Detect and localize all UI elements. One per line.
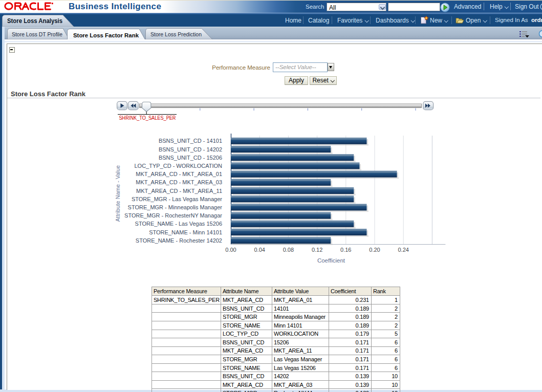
svg-text:STORE_NAME - Las Vegas 15206: STORE_NAME - Las Vegas 15206 [135, 221, 222, 227]
svg-text:Store Loss Prediction: Store Loss Prediction [150, 31, 202, 37]
svg-text:Store Loss Analysis: Store Loss Analysis [7, 17, 62, 25]
svg-text:STORE_NAME - Minn 14101: STORE_NAME - Minn 14101 [149, 229, 222, 235]
svg-text:STORE_MGR - Las Vegas Manager: STORE_MGR - Las Vegas Manager [132, 196, 222, 202]
svg-text:STORE_NAME - Rochester 14202: STORE_NAME - Rochester 14202 [136, 237, 222, 244]
svg-text:LOC_TYP_CD - WORKLOCATION: LOC_TYP_CD - WORKLOCATION [134, 163, 222, 169]
svg-text:BSNS_UNIT_CD - 14202: BSNS_UNIT_CD - 14202 [159, 146, 222, 153]
svg-text:0.16: 0.16 [340, 247, 351, 253]
svg-text:0.20: 0.20 [369, 247, 380, 253]
svg-text:0.00: 0.00 [225, 247, 236, 253]
svg-text:0.04: 0.04 [254, 247, 265, 253]
svg-text:BSNS_UNIT_CD - 15206: BSNS_UNIT_CD - 15206 [159, 155, 222, 161]
svg-text:0.24: 0.24 [398, 247, 408, 253]
svg-text:SHRINK_TO_SALES_PER: SHRINK_TO_SALES_PER [119, 115, 176, 121]
svg-text:STORE_MGR - RochesterNY Managa: STORE_MGR - RochesterNY Managar [124, 212, 222, 219]
svg-text:0.08: 0.08 [283, 247, 294, 253]
svg-text:STORE_MGR - Minneapolis Manage: STORE_MGR - Minneapolis Manager [128, 204, 223, 210]
svg-text:MKT_AREA_CD - MKT_AREA_03: MKT_AREA_CD - MKT_AREA_03 [136, 179, 222, 185]
svg-text:0.12: 0.12 [312, 247, 322, 253]
svg-text:Store Loss Factor Rank: Store Loss Factor Rank [73, 32, 139, 38]
svg-text:Attribute Name - Value: Attribute Name - Value [115, 165, 121, 222]
svg-text:BSNS_UNIT_CD - 14101: BSNS_UNIT_CD - 14101 [159, 138, 222, 144]
svg-text:MKT_AREA_CD - MKT_AREA_11: MKT_AREA_CD - MKT_AREA_11 [136, 188, 222, 194]
svg-text:MKT_AREA_CD - MKT_AREA_01: MKT_AREA_CD - MKT_AREA_01 [136, 171, 222, 177]
svg-text:Store Loss DT Profile: Store Loss DT Profile [12, 31, 62, 37]
svg-text:Coefficient: Coefficient [317, 257, 345, 264]
